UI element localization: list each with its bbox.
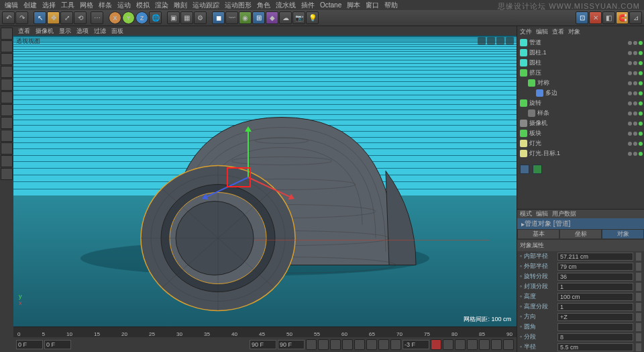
object-item[interactable]: 样条	[517, 108, 644, 118]
key-param-icon[interactable]	[491, 339, 502, 350]
play-back-icon[interactable]	[342, 339, 353, 350]
close-layout-icon[interactable]: ✕	[589, 11, 602, 24]
menu-item[interactable]: 流水线	[274, 1, 298, 10]
menu-item[interactable]: 脚本	[345, 1, 362, 10]
make-editable-icon[interactable]	[1, 28, 13, 40]
visibility-dots[interactable]	[628, 91, 643, 95]
menu-item[interactable]: 运动	[115, 1, 133, 10]
object-item[interactable]: 多边	[517, 88, 644, 98]
visibility-dots[interactable]	[628, 132, 643, 136]
menu-item[interactable]: 运动图形	[223, 1, 254, 10]
visibility-dots[interactable]	[628, 61, 643, 65]
object-item[interactable]: 摄像机	[517, 118, 644, 128]
world-icon[interactable]: 🌐	[149, 11, 162, 24]
prev-key-icon[interactable]	[318, 339, 329, 350]
light-icon[interactable]: 💡	[306, 11, 319, 24]
prop-value[interactable]: 79 cm	[557, 263, 633, 271]
record-icon[interactable]	[431, 339, 441, 350]
edge-mode-icon[interactable]	[1, 91, 13, 103]
timeline-ruler[interactable]: 051015202530354045505560657075808590	[13, 326, 517, 337]
tab-coord[interactable]: 坐标	[559, 229, 602, 239]
visibility-dots[interactable]	[628, 101, 643, 105]
spinner-icon[interactable]	[636, 313, 641, 321]
snap3-icon[interactable]	[1, 168, 13, 180]
poly-mode-icon[interactable]	[1, 104, 13, 116]
obj-mgr-menu[interactable]: 查看	[552, 28, 564, 36]
spinner-icon[interactable]	[636, 333, 641, 341]
spinner-icon[interactable]	[636, 283, 641, 291]
workplane-icon[interactable]: ⊿	[629, 11, 642, 24]
select-tool-icon[interactable]: ↖	[34, 11, 46, 24]
menu-item[interactable]: 工具	[59, 1, 76, 10]
menu-item[interactable]: 窗口	[364, 1, 381, 10]
visibility-dots[interactable]	[628, 71, 643, 75]
visibility-dots[interactable]	[628, 122, 643, 126]
key-scale-icon[interactable]	[467, 339, 478, 350]
frame-end[interactable]: 90 F	[250, 340, 276, 349]
point-mode-icon[interactable]	[1, 79, 13, 91]
prop-value[interactable]: 1	[557, 283, 633, 291]
vp-tab[interactable]: 摄像机	[34, 27, 56, 36]
frame-start[interactable]: 0 F	[16, 340, 43, 349]
axis-y-icon[interactable]: Y	[122, 11, 135, 24]
object-item[interactable]: 管道	[517, 38, 644, 48]
tab-object[interactable]: 对象	[602, 229, 644, 239]
workplane-mode-icon[interactable]	[1, 66, 13, 78]
object-item[interactable]: 对称	[517, 78, 644, 88]
menu-item[interactable]: 运动跟踪	[191, 1, 221, 10]
prop-value[interactable]	[557, 323, 633, 331]
menu-item[interactable]: 渲染	[153, 1, 170, 10]
render-icon[interactable]: ▣	[167, 11, 180, 24]
vp-tab[interactable]: 查看	[16, 27, 32, 36]
key-pos-icon[interactable]	[455, 339, 466, 350]
goto-end-icon[interactable]	[390, 339, 401, 350]
menu-item[interactable]: 创建	[21, 1, 39, 10]
axis-x-icon[interactable]: X	[109, 11, 121, 24]
object-item[interactable]: 灯光	[517, 138, 644, 148]
obj-mgr-menu[interactable]: 对象	[568, 28, 580, 36]
obj-mgr-menu[interactable]: 编辑	[536, 28, 548, 36]
prop-value[interactable]: 36	[557, 273, 633, 281]
attr-menu[interactable]: 用户数据	[552, 210, 576, 218]
xyz-badge-icon[interactable]: ◧	[602, 11, 615, 24]
object-item[interactable]: 挤压	[517, 68, 644, 78]
visibility-dots[interactable]	[628, 152, 643, 156]
spline-icon[interactable]: 〰	[225, 11, 238, 24]
prop-value[interactable]: 5.5 cm	[557, 343, 633, 351]
goto-start-icon[interactable]	[306, 339, 317, 350]
menu-item[interactable]: 插件	[299, 1, 317, 10]
menu-item[interactable]: 编辑	[3, 1, 20, 10]
spinner-icon[interactable]	[636, 303, 641, 311]
object-item[interactable]: 圆柱.1	[517, 48, 644, 58]
spinner-icon[interactable]	[636, 323, 641, 331]
object-item[interactable]: 灯光.目标.1	[517, 148, 644, 159]
vp-tab[interactable]: 过滤	[92, 27, 108, 36]
visibility-dots[interactable]	[628, 112, 643, 116]
menu-item[interactable]: 样条	[97, 1, 114, 10]
key-rot-icon[interactable]	[479, 339, 490, 350]
redo-icon[interactable]: ↷	[15, 11, 28, 24]
axis-z-icon[interactable]: Z	[136, 11, 148, 24]
prop-value[interactable]: 100 cm	[557, 293, 633, 301]
layout-icon[interactable]: ⊡	[576, 11, 588, 24]
spinner-icon[interactable]	[636, 263, 641, 271]
snap2-icon[interactable]	[1, 155, 13, 167]
attr-menu[interactable]: 模式	[520, 210, 532, 218]
object-item[interactable]: 板块	[517, 128, 644, 138]
menu-item[interactable]: 选择	[40, 1, 58, 10]
obj-mgr-menu[interactable]: 文件	[520, 28, 532, 36]
tag-row[interactable]	[517, 164, 644, 174]
spinner-icon[interactable]	[636, 293, 641, 301]
menu-item[interactable]: 网格	[78, 1, 95, 10]
object-item[interactable]: 旋转	[517, 98, 644, 108]
menu-item[interactable]: 雕刻	[172, 1, 189, 10]
menu-item[interactable]: 帮助	[382, 1, 400, 10]
undo-icon[interactable]: ↶	[2, 11, 15, 24]
texture-mode-icon[interactable]	[1, 53, 13, 65]
next-key-icon[interactable]	[378, 339, 389, 350]
prev-frame-icon[interactable]	[330, 339, 341, 350]
deformer-icon[interactable]: ◆	[266, 11, 278, 24]
spinner-icon[interactable]	[636, 273, 641, 281]
attr-menu[interactable]: 编辑	[536, 210, 548, 218]
attribute-tabs[interactable]: 基本 坐标 对象	[517, 229, 644, 239]
